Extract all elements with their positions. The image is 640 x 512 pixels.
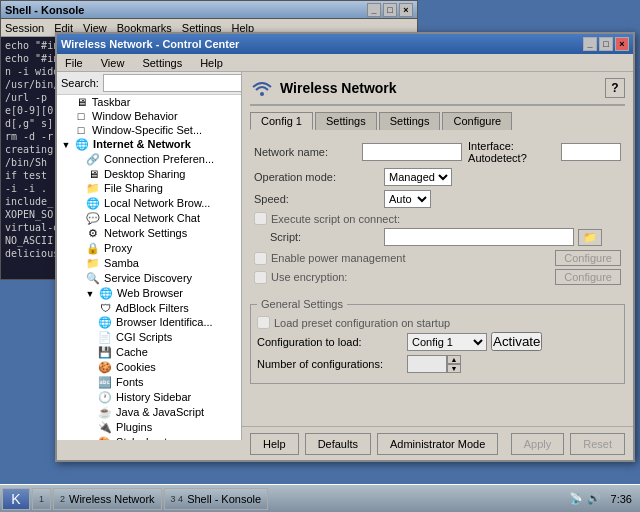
- tab-configure[interactable]: Configure: [442, 112, 512, 130]
- task-number-1: 1: [39, 494, 44, 504]
- start-button[interactable]: K: [2, 488, 30, 510]
- systray-vol-icon[interactable]: 🔊: [587, 492, 601, 505]
- internet-network-icon: 🌐: [74, 138, 90, 151]
- wireless-network-header-icon: [250, 76, 274, 100]
- local-network-chat-icon: 💬: [85, 212, 101, 225]
- spin-up-button[interactable]: ▲: [447, 355, 461, 364]
- samba-icon: 📁: [85, 257, 101, 270]
- browser-id-icon: 🌐: [97, 316, 113, 329]
- num-configs-label: Number of configurations:: [257, 358, 407, 370]
- systray-net-icon[interactable]: 📡: [569, 492, 583, 505]
- tree-item-web-browser[interactable]: ▼ 🌐 Web Browser: [57, 286, 241, 301]
- wn-help-button[interactable]: ?: [605, 78, 625, 98]
- cc-menu-settings[interactable]: Settings: [138, 57, 186, 69]
- configure-encryption-button[interactable]: Configure: [555, 269, 621, 285]
- tree-item-adblock-filters[interactable]: 🛡 AdBlock Filters: [57, 301, 241, 315]
- tree-item-file-sharing[interactable]: 📁 File Sharing: [57, 181, 241, 196]
- shell-close-button[interactable]: ×: [399, 3, 413, 17]
- tab-config1[interactable]: Config 1: [250, 112, 313, 130]
- taskbar-shell-label: Shell - Konsole: [187, 493, 261, 505]
- tree: 🖥 Taskbar □ Window Behavior □ Window-Spe…: [57, 95, 241, 440]
- apply-button[interactable]: Apply: [511, 433, 565, 455]
- tree-item-proxy[interactable]: 🔒 Proxy: [57, 241, 241, 256]
- shell-minimize-button[interactable]: _: [367, 3, 381, 17]
- tree-item-history-sidebar[interactable]: 🕐 History Sidebar: [57, 390, 241, 405]
- speed-select[interactable]: Auto 1M 2M 5.5M 11M: [384, 190, 431, 208]
- wn-header: Wireless Network ?: [250, 76, 625, 106]
- network-name-input[interactable]: [362, 143, 462, 161]
- tree-item-internet-network[interactable]: ▼ 🌐 Internet & Network: [57, 137, 241, 152]
- tree-item-java-javascript[interactable]: ☕ Java & JavaScript: [57, 405, 241, 420]
- desktop-sharing-icon: 🖥: [85, 168, 101, 180]
- defaults-button[interactable]: Defaults: [305, 433, 371, 455]
- task-number-34: 3 4: [171, 494, 184, 504]
- svg-point-0: [260, 92, 264, 96]
- search-input[interactable]: [103, 74, 242, 92]
- use-encryption-label: Use encryption:: [271, 271, 347, 283]
- internet-network-expander: ▼: [61, 140, 71, 150]
- taskbar-task-wireless[interactable]: 2 Wireless Network: [53, 488, 162, 510]
- tree-item-stylesheets[interactable]: 🎨 Stylesheets: [57, 435, 241, 440]
- operation-mode-select[interactable]: Managed Ad-hoc Master: [384, 168, 452, 186]
- shell-titlebar: Shell - Konsole _ □ ×: [1, 1, 417, 19]
- cc-titlebar: Wireless Network - Control Center _ □ ×: [57, 34, 633, 54]
- tree-item-connection-pref[interactable]: 🔗 Connection Preferen...: [57, 152, 241, 167]
- search-bar: Search:: [57, 72, 241, 95]
- tab-settings2[interactable]: Settings: [379, 112, 441, 130]
- general-settings-legend: General Settings: [257, 298, 347, 310]
- tab-settings1[interactable]: Settings: [315, 112, 377, 130]
- tree-item-browser-identifica[interactable]: 🌐 Browser Identifica...: [57, 315, 241, 330]
- cc-minimize-button[interactable]: _: [583, 37, 597, 51]
- configure-power-button[interactable]: Configure: [555, 250, 621, 266]
- spin-down-button[interactable]: ▼: [447, 364, 461, 373]
- tree-item-local-network-brow[interactable]: 🌐 Local Network Brow...: [57, 196, 241, 211]
- load-preset-checkbox[interactable]: [257, 316, 270, 329]
- taskbar-task-shell[interactable]: 3 4 Shell - Konsole: [164, 488, 269, 510]
- execute-script-checkbox[interactable]: [254, 212, 267, 225]
- tree-item-network-settings[interactable]: ⚙ Network Settings: [57, 226, 241, 241]
- tree-item-cgi-scripts[interactable]: 📄 CGI Scripts: [57, 330, 241, 345]
- taskbar-clock: 7:36: [605, 493, 638, 505]
- cc-menu-help[interactable]: Help: [196, 57, 227, 69]
- cc-close-button[interactable]: ×: [615, 37, 629, 51]
- local-network-brow-icon: 🌐: [85, 197, 101, 210]
- reset-button[interactable]: Reset: [570, 433, 625, 455]
- cc-menu-file[interactable]: File: [61, 57, 87, 69]
- config-to-load-label: Configuration to load:: [257, 336, 407, 348]
- wn-tabs: Config 1 Settings Settings Configure: [250, 112, 625, 130]
- interface-input[interactable]: [561, 143, 621, 161]
- num-configs-input[interactable]: [407, 355, 447, 373]
- enable-power-checkbox[interactable]: [254, 252, 267, 265]
- tree-item-desktop-sharing[interactable]: 🖥 Desktop Sharing: [57, 167, 241, 181]
- shell-menu-session[interactable]: Session: [5, 22, 44, 34]
- tree-item-cookies[interactable]: 🍪 Cookies: [57, 360, 241, 375]
- help-button[interactable]: Help: [250, 433, 299, 455]
- num-configs-row: Number of configurations: ▲ ▼: [257, 355, 618, 373]
- tree-item-cache[interactable]: 💾 Cache: [57, 345, 241, 360]
- spin-buttons: ▲ ▼: [447, 355, 461, 373]
- tree-item-window-behavior[interactable]: □ Window Behavior: [57, 109, 241, 123]
- tree-item-fonts[interactable]: 🔤 Fonts: [57, 375, 241, 390]
- taskbar-task-1[interactable]: 1: [32, 488, 51, 510]
- activate-button[interactable]: Activate: [491, 332, 542, 351]
- tree-item-plugins[interactable]: 🔌 Plugins: [57, 420, 241, 435]
- script-browse-button[interactable]: 📁: [578, 229, 602, 246]
- cc-title: Wireless Network - Control Center: [61, 38, 581, 50]
- shell-maximize-button[interactable]: □: [383, 3, 397, 17]
- cgi-icon: 📄: [97, 331, 113, 344]
- proxy-icon: 🔒: [85, 242, 101, 255]
- admin-mode-button[interactable]: Administrator Mode: [377, 433, 498, 455]
- web-browser-icon: 🌐: [98, 287, 114, 300]
- use-encryption-checkbox[interactable]: [254, 271, 267, 284]
- cc-maximize-button[interactable]: □: [599, 37, 613, 51]
- tree-item-taskbar[interactable]: 🖥 Taskbar: [57, 95, 241, 109]
- stylesheets-icon: 🎨: [97, 436, 113, 440]
- cc-menu-view[interactable]: View: [97, 57, 129, 69]
- script-input[interactable]: [384, 228, 574, 246]
- tree-item-service-discovery[interactable]: 🔍 Service Discovery: [57, 271, 241, 286]
- tree-item-window-specific[interactable]: □ Window-Specific Set...: [57, 123, 241, 137]
- config-to-load-select[interactable]: Config 1 Config 2 Config 3: [407, 333, 487, 351]
- interface-label: Interface: Autodetect?: [468, 140, 557, 164]
- tree-item-samba[interactable]: 📁 Samba: [57, 256, 241, 271]
- tree-item-local-network-chat[interactable]: 💬 Local Network Chat: [57, 211, 241, 226]
